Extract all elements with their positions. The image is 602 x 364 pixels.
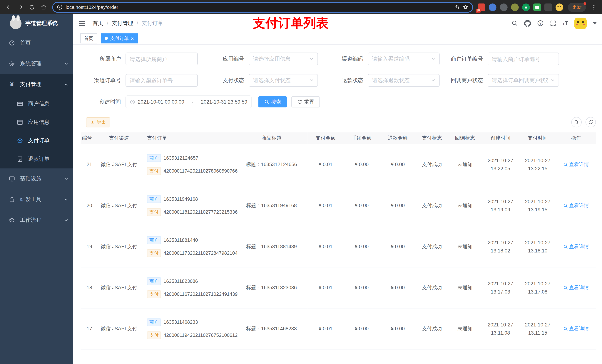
breadcrumb-item[interactable]: 支付管理 [112, 20, 133, 27]
extension-icon[interactable]: V [522, 3, 530, 11]
cell-notify-status: 未通知 [448, 226, 482, 267]
table-row: 20 微信 JSAPI 支付 商户1635311949168 支付4200001… [81, 185, 596, 226]
cell-pay-time: 2021-10-2713:18:10 [519, 226, 556, 267]
sidebar-item-system[interactable]: 系统管理 [0, 53, 73, 74]
tab-home[interactable]: 首页 [80, 33, 97, 43]
dashboard-icon [9, 40, 15, 46]
sidebar-item-refund-order[interactable]: 退款订单 [0, 150, 73, 168]
address-bar[interactable]: localhost:1024/pay/order [52, 2, 473, 12]
cell-create-time: 2021-10-2713:17:03 [482, 267, 519, 308]
pay-order-no: 4200001173202110272847982104 [164, 250, 238, 256]
merchant-select[interactable] [126, 52, 198, 65]
sidebar-item-infra[interactable]: 基础设施 [0, 168, 73, 189]
view-detail-link[interactable]: 查看详情 [563, 161, 589, 168]
refund-status-select[interactable]: 请选择退款状态 [368, 74, 440, 87]
font-size-icon[interactable]: TT [562, 20, 568, 26]
bookmark-star-icon[interactable] [462, 4, 468, 10]
extension-icon[interactable] [544, 3, 552, 11]
extension-icon[interactable] [500, 3, 507, 11]
extension-icon[interactable] [489, 3, 496, 11]
cell-create-time: 2021-10-2713:11:08 [482, 308, 519, 349]
extension-icon[interactable] [556, 3, 563, 11]
select-placeholder: 请选择退款状态 [372, 77, 429, 84]
caret-down-icon[interactable] [593, 22, 597, 24]
sidebar-item-pay-order[interactable]: 支付订单 [0, 132, 73, 150]
close-icon[interactable]: × [131, 36, 134, 41]
view-detail-link[interactable]: 查看详情 [563, 325, 589, 332]
fullscreen-icon[interactable] [550, 20, 556, 26]
date-end: 2021-10-31 23:59:59 [201, 99, 247, 105]
filter-row: 创建时间 2021-10-01 00:00:00 - 2021-10-31 23… [81, 95, 596, 108]
merchant-order-no: 1635312124657 [164, 155, 198, 161]
create-time-range-picker[interactable]: 2021-10-01 00:00:00 - 2021-10-31 23:59:5… [126, 95, 251, 108]
sidebar-item-workflow[interactable]: 工作流程 [0, 210, 73, 230]
cell-amount: ¥ 0.01 [308, 226, 344, 267]
forward-icon[interactable] [15, 1, 26, 13]
channel-code-select[interactable]: 请输入渠道编码 [368, 52, 440, 65]
tab-pay-order[interactable]: 支付订单 × [101, 33, 138, 43]
channel-order-no-field[interactable] [126, 74, 198, 87]
merchant-input[interactable] [130, 56, 194, 62]
site-info-icon[interactable] [57, 4, 63, 10]
notification-dot [583, 2, 586, 5]
merchant-tag: 商户 [147, 236, 161, 244]
cell-pay-order: 商户1635311881440 支付4200001173202110272847… [140, 226, 235, 267]
callback-status-select[interactable]: 请选择订单回调商户状态 [488, 74, 559, 87]
cell-refund: ¥ 0.00 [380, 144, 416, 185]
reset-button[interactable]: 重置 [291, 96, 320, 107]
sidebar-item-home[interactable]: 首页 [0, 32, 73, 53]
export-button[interactable]: 导出 [86, 117, 110, 127]
pay-order-no: 4200001194202110276752100612 [164, 332, 238, 338]
monitor-icon [9, 176, 15, 182]
refresh-table-button[interactable] [586, 117, 596, 127]
cell-pay-time: 2021-10-2713:17:08 [519, 267, 556, 308]
toggle-search-button[interactable] [571, 117, 582, 127]
github-icon[interactable] [524, 20, 531, 27]
column-header: 商品标题 [235, 132, 308, 144]
cell-id: 20 [81, 185, 98, 226]
cell-pay-status: 支付成功 [416, 308, 448, 349]
merchant-order-no-field[interactable] [488, 52, 559, 65]
column-header: 操作 [556, 132, 596, 144]
search-button[interactable]: 搜索 [258, 96, 287, 107]
hamburger-icon[interactable] [73, 20, 89, 27]
extension-icon[interactable]: 10 [478, 3, 485, 11]
view-detail-link[interactable]: 查看详情 [563, 284, 589, 291]
pay-status-select[interactable]: 请选择支付状态 [249, 74, 318, 87]
channel-order-no-input[interactable] [130, 77, 194, 83]
column-header: 支付时间 [519, 132, 556, 144]
merchant-order-no-input[interactable] [492, 56, 555, 62]
cell-title: 标题：1635311949168 [235, 185, 308, 226]
view-detail-link[interactable]: 查看详情 [563, 202, 589, 209]
page-content: 所属商户 应用编号 请选择应用信息 渠道编码 请输入渠道编码 商户订单编号 渠道… [73, 45, 602, 364]
button-label: 导出 [97, 119, 106, 125]
chevron-down-icon [310, 78, 314, 83]
chevron-down-icon [550, 78, 555, 83]
help-icon[interactable]: ? [537, 20, 544, 26]
app-no-select[interactable]: 请选择应用信息 [249, 52, 318, 65]
view-detail-link[interactable]: 查看详情 [563, 243, 589, 250]
cell-id: 21 [81, 144, 98, 185]
date-separator: - [187, 99, 198, 105]
browser-menu-icon[interactable] [588, 1, 600, 13]
cell-pay-order: 商户1635311949168 支付4200001181202110277723… [140, 185, 235, 226]
app-title: 芋道管理系统 [25, 20, 58, 27]
filter-row: 所属商户 应用编号 请选择应用信息 渠道编码 请输入渠道编码 商户订单编号 [81, 52, 596, 65]
credit-card-icon [16, 101, 23, 107]
home-icon[interactable] [38, 1, 49, 13]
update-button[interactable]: 更新 [568, 2, 586, 12]
extension-icon[interactable] [533, 3, 541, 11]
sidebar-item-merchant-info[interactable]: 商户信息 [0, 95, 73, 113]
back-icon[interactable] [3, 1, 15, 13]
sidebar-item-app-info[interactable]: 应用信息 [0, 113, 73, 132]
reload-icon[interactable] [26, 1, 38, 13]
cell-fee: ¥ 0.00 [344, 144, 380, 185]
extension-icon[interactable] [511, 3, 518, 11]
search-icon[interactable] [511, 20, 518, 26]
app-logo[interactable]: 芋道管理系统 [0, 14, 73, 33]
breadcrumb-item[interactable]: 首页 [93, 20, 103, 27]
user-avatar[interactable] [574, 17, 587, 29]
sidebar-item-payment[interactable]: ¥ 支付管理 [0, 74, 73, 95]
sidebar-item-devtools[interactable]: 研发工具 [0, 189, 73, 210]
share-icon[interactable] [454, 4, 460, 10]
